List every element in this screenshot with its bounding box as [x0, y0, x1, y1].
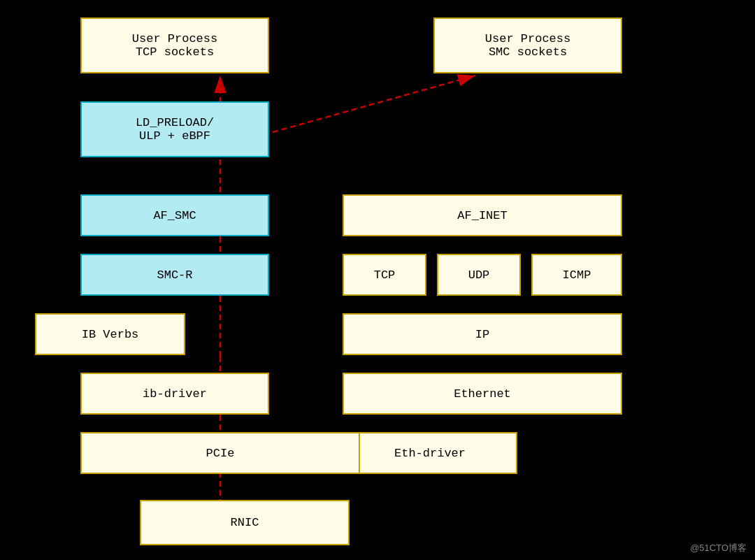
ip-box: IP [343, 313, 622, 355]
user-tcp-label: User Process TCP sockets [132, 32, 217, 59]
pcie-label: PCIe [206, 447, 235, 460]
tcp-label: TCP [374, 268, 396, 282]
udp-box: UDP [437, 254, 521, 296]
user-smc-label: User ProcessSMC sockets [485, 32, 570, 59]
diagram: User Process TCP sockets User ProcessSMC… [0, 0, 755, 560]
ip-label: IP [475, 328, 489, 341]
ib-driver-box: ib-driver [80, 373, 269, 415]
user-tcp-box: User Process TCP sockets [80, 17, 269, 73]
af-smc-box: AF_SMC [80, 194, 269, 236]
rnic-box: RNIC [140, 500, 350, 545]
smc-r-box: SMC-R [80, 254, 269, 296]
eth-driver-label: Eth-driver [394, 447, 466, 460]
ld-preload-box: LD_PRELOAD/ULP + eBPF [80, 101, 269, 157]
af-inet-label: AF_INET [457, 209, 507, 222]
ib-verbs-label: IB Verbs [82, 328, 139, 341]
udp-label: UDP [468, 268, 490, 282]
tcp-box: TCP [343, 254, 426, 296]
ib-verbs-box: IB Verbs [35, 313, 185, 355]
smc-r-label: SMC-R [157, 268, 192, 282]
ld-preload-label: LD_PRELOAD/ULP + eBPF [136, 116, 214, 143]
pcie-box: PCIe [80, 432, 360, 474]
icmp-box: ICMP [531, 254, 622, 296]
user-smc-box: User ProcessSMC sockets [433, 17, 622, 73]
rnic-label: RNIC [231, 516, 259, 529]
icmp-label: ICMP [563, 268, 591, 282]
ethernet-box: Ethernet [343, 373, 622, 415]
eth-driver-box: Eth-driver [343, 432, 517, 474]
watermark: @51CTO博客 [690, 542, 747, 554]
af-smc-label: AF_SMC [153, 209, 196, 222]
ib-driver-label: ib-driver [143, 387, 207, 401]
af-inet-box: AF_INET [343, 194, 622, 236]
ethernet-label: Ethernet [454, 387, 511, 401]
